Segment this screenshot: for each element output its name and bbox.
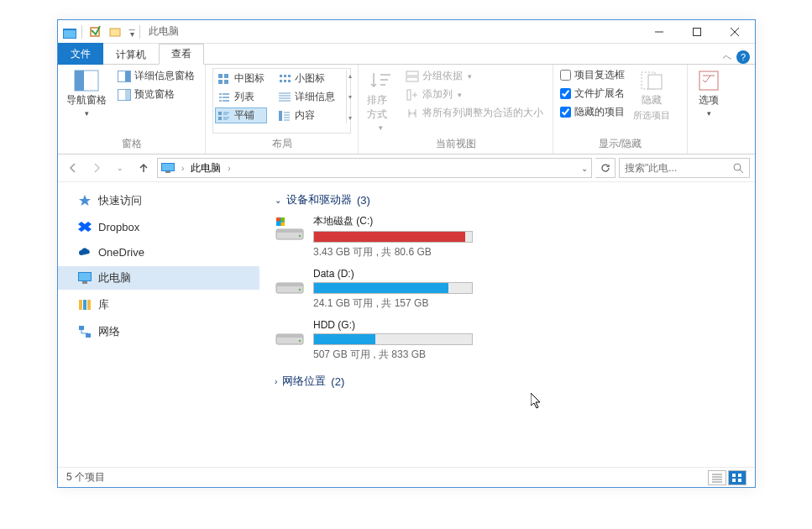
star-icon	[78, 194, 92, 207]
drive-item[interactable]: HDD (G:) 507 GB 可用 , 共 833 GB	[275, 319, 485, 362]
sidebar-item-network[interactable]: 网络	[58, 320, 259, 343]
search-icon[interactable]	[733, 163, 744, 174]
checkbox-item-checkboxes[interactable]: 项目复选框	[560, 68, 625, 82]
autosize-columns-button[interactable]: 将所有列调整为合适的大小	[403, 105, 546, 121]
collapse-ribbon-icon[interactable]: へ	[723, 51, 731, 63]
section-header-network[interactable]: › 网络位置 (2)	[275, 374, 740, 389]
svg-rect-14	[224, 80, 228, 84]
section-header-drives[interactable]: ⌄ 设备和驱动器 (3)	[275, 192, 740, 207]
svg-rect-57	[738, 474, 741, 477]
svg-rect-58	[732, 479, 736, 482]
sidebar-item-quick-access[interactable]: 快速访问	[58, 189, 259, 212]
svg-rect-4	[693, 28, 700, 35]
nav-pane-button[interactable]: 导航窗格 ▾	[65, 68, 108, 119]
tab-view[interactable]: 查看	[159, 44, 204, 65]
svg-rect-19	[288, 75, 291, 77]
drive-item[interactable]: Data (D:) 24.1 GB 可用 , 共 157 GB	[275, 268, 485, 311]
svg-rect-38	[83, 300, 86, 310]
layout-scroll-down[interactable]: ▾	[348, 93, 352, 101]
sidebar-item-this-pc[interactable]: 此电脑	[58, 266, 259, 290]
checkbox-hidden-items[interactable]: 隐藏的项目	[560, 105, 625, 119]
svg-rect-36	[82, 281, 87, 284]
explorer-window: ─▾ 此电脑 文件 计算机 查看 へ ? 导航窗格 ▾	[57, 19, 756, 488]
layout-list[interactable]: 列表	[215, 89, 267, 105]
view-toggle-details[interactable]	[708, 470, 726, 485]
tab-computer[interactable]: 计算机	[103, 45, 159, 65]
svg-rect-10	[125, 90, 130, 100]
chevron-right-icon[interactable]: ›	[228, 164, 230, 173]
checkbox-file-extensions[interactable]: 文件扩展名	[560, 86, 625, 101]
svg-rect-40	[79, 326, 84, 330]
refresh-button[interactable]	[595, 158, 616, 178]
svg-rect-13	[218, 80, 223, 84]
ribbon-group-show-hide: 项目复选框 文件扩展名 隐藏的项目 隐藏 所选项目 显示/隐藏	[553, 65, 688, 154]
address-segment[interactable]: 此电脑	[191, 161, 221, 175]
svg-rect-8	[125, 71, 130, 81]
search-box[interactable]	[619, 158, 750, 178]
svg-rect-32	[165, 171, 170, 173]
qat-properties-icon[interactable]	[86, 23, 104, 41]
group-label-show-hide: 显示/隐藏	[560, 135, 680, 152]
svg-rect-16	[218, 117, 222, 120]
svg-rect-29	[699, 71, 718, 90]
nav-back-button[interactable]	[63, 158, 83, 178]
preview-pane-button[interactable]: 预览窗格	[115, 86, 197, 102]
sidebar-item-onedrive[interactable]: OneDrive	[58, 241, 259, 263]
drive-icon	[275, 216, 305, 243]
ribbon-group-current-view: 排序方式 ▾ 分组依据▾ 添加列▾ 将所有列调整为合适的大小 当前视图	[359, 65, 553, 154]
layout-small-icons[interactable]: 小图标	[275, 71, 338, 86]
drive-icon	[275, 270, 305, 296]
network-icon	[78, 325, 92, 338]
sidebar-item-libraries[interactable]: 库	[58, 293, 259, 317]
nav-forward-button[interactable]	[86, 158, 107, 178]
maximize-button[interactable]	[678, 20, 715, 44]
drive-stat: 24.1 GB 可用 , 共 157 GB	[313, 296, 481, 311]
svg-rect-11	[218, 74, 223, 78]
dropbox-icon	[78, 220, 92, 233]
svg-rect-51	[276, 283, 303, 286]
svg-rect-24	[406, 71, 418, 76]
close-button[interactable]	[715, 20, 753, 44]
qat-dropdown-icon[interactable]: ─▾	[126, 23, 138, 41]
search-input[interactable]	[625, 162, 717, 174]
sort-by-button[interactable]: 排序方式 ▾	[365, 68, 396, 134]
layout-tiles[interactable]: 平铺	[215, 107, 267, 123]
drive-item[interactable]: 本地磁盘 (C:) 3.43 GB 可用 , 共 80.6 GB	[275, 214, 485, 259]
layout-scroll-up[interactable]: ▴	[348, 72, 352, 80]
hide-selected-button[interactable]: 隐藏 所选项目	[631, 68, 672, 123]
nav-up-button[interactable]	[134, 158, 154, 178]
minimize-button[interactable]	[640, 20, 678, 44]
chevron-right-icon[interactable]: ›	[181, 164, 184, 173]
address-dropdown-icon[interactable]: ⌄	[581, 164, 588, 173]
group-label-panes: 窗格	[65, 135, 198, 152]
svg-rect-59	[738, 479, 741, 482]
svg-rect-12	[224, 74, 228, 78]
nav-sidebar: 快速访问 Dropbox OneDrive 此电脑 库	[58, 182, 259, 467]
svg-rect-35	[79, 273, 91, 280]
address-box[interactable]: › 此电脑 › ⌄	[157, 158, 592, 178]
chevron-down-icon: ⌄	[275, 196, 281, 205]
add-column-button[interactable]: 添加列▾	[403, 86, 546, 102]
svg-rect-37	[79, 300, 82, 310]
help-icon[interactable]: ?	[736, 50, 750, 64]
layout-expand[interactable]: ▾	[348, 114, 352, 122]
qat-new-folder-icon[interactable]	[106, 23, 124, 41]
tab-file[interactable]: 文件	[58, 43, 103, 65]
content-pane[interactable]: ⌄ 设备和驱动器 (3) 本地磁盘 (C:) 3.43 GB 可用 , 共 80…	[259, 182, 755, 467]
svg-point-49	[299, 235, 301, 238]
drives-container: 本地磁盘 (C:) 3.43 GB 可用 , 共 80.6 GB Data (D…	[275, 214, 740, 370]
sidebar-item-dropbox[interactable]: Dropbox	[58, 216, 259, 238]
svg-rect-54	[276, 334, 303, 338]
group-by-button[interactable]: 分组依据▾	[403, 68, 546, 84]
layout-details[interactable]: 详细信息	[275, 89, 338, 105]
nav-recent-button[interactable]: ⌄	[110, 158, 130, 178]
svg-rect-21	[284, 80, 286, 82]
details-pane-button[interactable]: 详细信息窗格	[115, 68, 197, 84]
svg-point-33	[734, 164, 741, 170]
layout-medium-icons[interactable]: 中图标	[215, 71, 267, 86]
layout-content[interactable]: 内容	[275, 107, 338, 123]
view-toggle-tiles[interactable]	[728, 470, 747, 485]
svg-rect-18	[284, 75, 286, 77]
options-button[interactable]: 选项 ▾	[694, 68, 723, 119]
address-bar: ⌄ › 此电脑 › ⌄	[58, 155, 755, 182]
